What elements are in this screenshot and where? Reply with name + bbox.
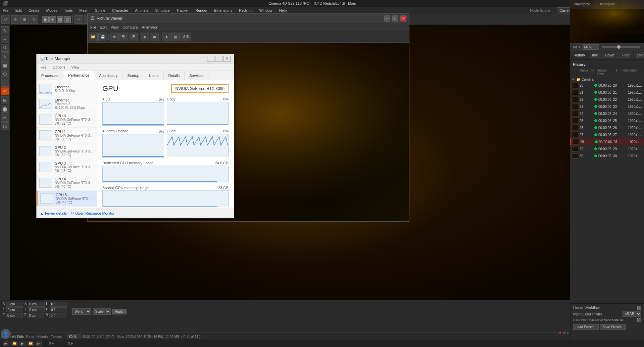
- menu-extensions[interactable]: Extensions: [213, 8, 234, 13]
- tab-stereo[interactable]: Stereo: [634, 51, 644, 59]
- sidebar-item-ethernet1[interactable]: Ethernet S: 0 R: 0 Kbps: [37, 82, 97, 96]
- tm-menu-file[interactable]: File: [39, 64, 48, 70]
- pv-maximize[interactable]: □: [392, 15, 398, 21]
- history-row-22[interactable]: 22 00:00:06 22 1920x1080: [570, 96, 644, 103]
- menu-simulate[interactable]: Simulate: [154, 8, 171, 13]
- tool-scale[interactable]: ⤡: [1, 52, 9, 60]
- save-preset-button[interactable]: Save Preset...: [600, 324, 626, 330]
- tool-move[interactable]: ↔: [1, 35, 9, 43]
- open-resource-monitor-link[interactable]: ⊙ Open Resource Monitor: [71, 211, 114, 215]
- menu-edit[interactable]: Edit: [14, 8, 23, 13]
- pv-btn-save[interactable]: 💾: [98, 33, 107, 41]
- coord-b-input[interactable]: [49, 313, 66, 318]
- play-prev-button[interactable]: ⏪: [11, 341, 18, 346]
- history-row-23[interactable]: 23 00:00:06 23 1920x1080: [570, 103, 644, 110]
- coord-z-input[interactable]: [6, 313, 23, 318]
- tool-poly[interactable]: ▣: [1, 61, 9, 69]
- pv-btn-ab[interactable]: A B: [181, 33, 191, 41]
- menu-tools[interactable]: Tools: [63, 8, 74, 13]
- tool-paint[interactable]: ⬤: [1, 105, 9, 113]
- pv-menu-file[interactable]: File: [90, 25, 96, 29]
- history-row-29[interactable]: 29 00:00:06 29 1920x1080: [570, 145, 644, 153]
- menu-file[interactable]: File: [1, 8, 10, 13]
- tm-minimize[interactable]: ─: [207, 56, 214, 62]
- history-row-25[interactable]: 25 00:00:06 25 1920x1080: [570, 117, 644, 124]
- pv-btn-zoom-in[interactable]: 🔍: [119, 33, 128, 41]
- pv-btn-zoom-out[interactable]: 🔎: [129, 33, 138, 41]
- tool-point[interactable]: ·: [1, 79, 9, 87]
- sidebar-item-gpu4[interactable]: GPU 4 NVIDIA GeForce RTX 3090 0% (46 °C): [37, 175, 97, 191]
- tab-history[interactable]: History: [570, 51, 589, 59]
- coord-y2-input[interactable]: [28, 307, 45, 312]
- toolbar-btn-7[interactable]: ▦: [57, 16, 63, 23]
- bottom-tb-material[interactable]: Material: [37, 335, 49, 339]
- play-next-button[interactable]: ⏩: [27, 341, 34, 346]
- menu-animate[interactable]: Animate: [134, 8, 150, 13]
- world-dropdown[interactable]: World Object: [72, 308, 91, 315]
- tm-menu-options[interactable]: Options: [51, 64, 67, 70]
- history-row-20[interactable]: 20 00:00:20 20 1920x1080: [570, 82, 644, 89]
- pv-close[interactable]: ✕: [400, 15, 406, 21]
- bottom-tb-texture[interactable]: Texture: [51, 335, 62, 339]
- history-row-21[interactable]: 21 00:00:06 21 1920x1080: [570, 89, 644, 96]
- pv-menu-animation[interactable]: Animation: [142, 25, 158, 29]
- tool-live[interactable]: ⊛: [1, 87, 9, 95]
- fewer-details-link[interactable]: ▲ Fewer details: [40, 211, 67, 215]
- tm-tab-services[interactable]: Services: [185, 71, 208, 80]
- play-end-button[interactable]: ⏭: [36, 341, 42, 346]
- tool-bridge[interactable]: ⌬: [1, 122, 9, 130]
- pv-btn-render[interactable]: ▶: [141, 33, 149, 41]
- menu-help[interactable]: Help: [278, 8, 288, 13]
- pv-btn-stop[interactable]: ⏹: [150, 33, 159, 41]
- bottom-tb-show[interactable]: Show: [26, 335, 34, 339]
- zoom-slider-thumb[interactable]: [617, 45, 621, 49]
- toolbar-btn-4[interactable]: ↻: [30, 15, 38, 24]
- tm-close[interactable]: ✕: [223, 56, 231, 62]
- apply-button[interactable]: Apply: [112, 309, 127, 314]
- tm-tab-processes[interactable]: Processes: [37, 71, 63, 80]
- toolbar-btn-2[interactable]: ✛: [11, 15, 19, 24]
- pv-menu-compare[interactable]: Compare: [122, 25, 138, 29]
- pv-btn-zoom-fit[interactable]: ⊞: [110, 33, 119, 41]
- toolbar-btn-move[interactable]: ↔: [75, 15, 83, 24]
- linear-workflow-checkbox[interactable]: ✓: [637, 306, 641, 310]
- menu-redshift[interactable]: Redshift: [238, 8, 254, 13]
- history-row-26[interactable]: 26 00:00:06 26 1920x1080: [570, 124, 644, 131]
- tm-tab-apphistory[interactable]: App history: [94, 71, 122, 80]
- tool-select[interactable]: ↖: [1, 26, 9, 34]
- coord-h-input[interactable]: [50, 302, 67, 307]
- menu-create[interactable]: Create: [27, 8, 41, 13]
- sidebar-item-gpu1[interactable]: GPU 1 NVIDIA GeForce RTX 3090 0% (50 °C): [37, 128, 97, 143]
- toolbar-btn-3[interactable]: ⊕: [20, 15, 29, 24]
- sidebar-item-gpu2[interactable]: GPU 2 NVIDIA GeForce RTX 3090 0% (52 °C): [37, 143, 97, 159]
- toolbar-btn-1[interactable]: ↺: [1, 15, 10, 24]
- coord-x-input[interactable]: [6, 302, 23, 307]
- pv-btn-compare[interactable]: ◑: [162, 33, 170, 41]
- sidebar-item-gpu0[interactable]: GPU 0 NVIDIA GeForce RTX 3090 0% (52 °C): [37, 112, 97, 128]
- pv-btn-open[interactable]: 📂: [89, 33, 98, 41]
- menu-modes[interactable]: Modes: [45, 8, 59, 13]
- pv-menu-view[interactable]: View: [111, 25, 119, 29]
- coord-p-input[interactable]: [50, 307, 66, 312]
- tm-maximize[interactable]: □: [215, 56, 222, 62]
- input-color-profile-select[interactable]: sRGB Linear: [623, 311, 641, 317]
- toolbar-btn-8[interactable]: ▤: [64, 16, 71, 23]
- scale-dropdown[interactable]: Scale: [93, 308, 111, 315]
- menu-spline[interactable]: Spline: [94, 8, 107, 13]
- history-row-30[interactable]: 30 00:00:05 30 1920x1080: [570, 153, 644, 160]
- sidebar-item-gpu5[interactable]: GPU 5 NVIDIA GeForce RTX 3090 0% (47 °C): [37, 191, 97, 207]
- tool-snap[interactable]: ⊞: [1, 96, 9, 104]
- play-back-button[interactable]: ⏮: [3, 341, 9, 346]
- sidebar-item-gpu3[interactable]: GPU 3 NVIDIA GeForce RTX 3090 0% (43 °C): [37, 159, 97, 175]
- menu-mesh[interactable]: Mesh: [78, 8, 90, 13]
- coord-y-input[interactable]: [6, 307, 23, 312]
- zoom-pct-input[interactable]: [67, 334, 81, 339]
- pv-minimize[interactable]: ─: [384, 15, 390, 21]
- sidebar-item-ethernet2[interactable]: Ethernet Ethernet 2 S: 160 R: 32.0 Kbps: [37, 96, 97, 112]
- tool-rotate[interactable]: ↺: [1, 44, 9, 52]
- tm-menu-view[interactable]: View: [70, 64, 81, 70]
- tm-tab-users[interactable]: Users: [144, 71, 164, 80]
- history-row-28[interactable]: 28 00:00:06 28 1920x1080: [570, 138, 644, 145]
- menu-tracker[interactable]: Tracker: [175, 8, 190, 13]
- pv-menu-edit[interactable]: Edit: [100, 25, 107, 29]
